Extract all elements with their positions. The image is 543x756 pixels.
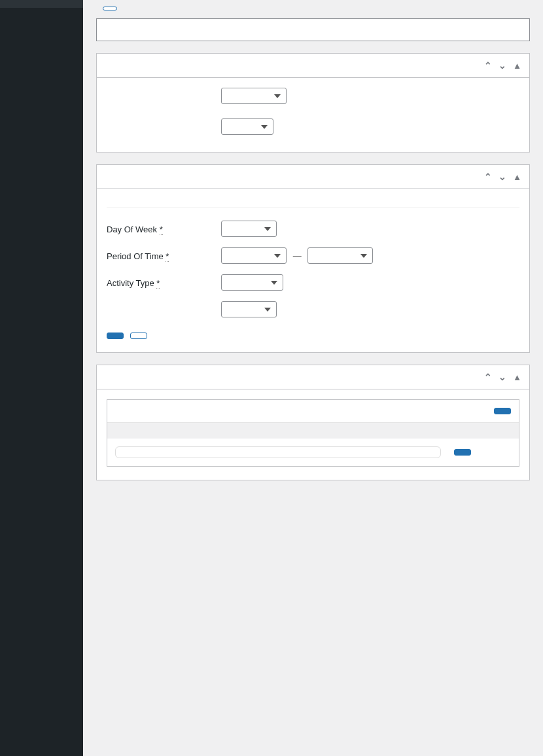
panel-down-icon[interactable]: ⌄: [498, 60, 507, 71]
panel-collapse-icon[interactable]: ▴: [512, 372, 521, 382]
period-from-select[interactable]: [221, 247, 287, 264]
loc-label: [107, 301, 221, 305]
panel-collapse-icon[interactable]: ▴: [512, 60, 521, 71]
period-dash: —: [293, 251, 302, 261]
activity-label: Activity Type *: [107, 274, 221, 288]
panel-down-icon[interactable]: ⌄: [498, 372, 507, 382]
panel-collapse-icon[interactable]: ▴: [512, 171, 521, 182]
schedule-title-input[interactable]: [96, 18, 530, 41]
loc-select[interactable]: [221, 301, 277, 317]
panel-down-icon[interactable]: ⌄: [498, 171, 507, 182]
daysoff-panel: ⌃ ⌄ ▴: [96, 365, 530, 480]
empty-message: [107, 422, 519, 439]
add-new-button[interactable]: [103, 7, 117, 10]
activity-select[interactable]: [221, 274, 283, 291]
daysoff-add-button[interactable]: [494, 408, 511, 414]
calendar-add-button[interactable]: [454, 449, 471, 456]
panel-up-icon[interactable]: ⌃: [483, 60, 493, 71]
panel-up-icon[interactable]: ⌃: [483, 372, 493, 382]
dow-label: Day Of Week *: [107, 221, 221, 234]
period-to-select[interactable]: [307, 247, 373, 264]
add-button[interactable]: [107, 333, 124, 339]
panel-toggles: ⌃ ⌄ ▴: [483, 60, 521, 71]
panel-up-icon[interactable]: ⌃: [483, 171, 493, 182]
period-label: Period Of Time *: [107, 247, 221, 261]
location-label: [107, 118, 221, 122]
employee-label: [107, 88, 221, 92]
schedule-settings-panel: ⌃ ⌄ ▴: [96, 53, 530, 153]
admin-sidebar: [0, 0, 83, 756]
location-select[interactable]: [221, 118, 273, 135]
dow-select[interactable]: [221, 221, 277, 237]
main-content: ⌃ ⌄ ▴: [83, 0, 543, 756]
cancel-button[interactable]: [130, 333, 147, 339]
employee-select[interactable]: [221, 88, 287, 104]
timetable-panel: ⌃ ⌄ ▴ Day Of Week * Period Of Time * — A…: [96, 164, 530, 353]
